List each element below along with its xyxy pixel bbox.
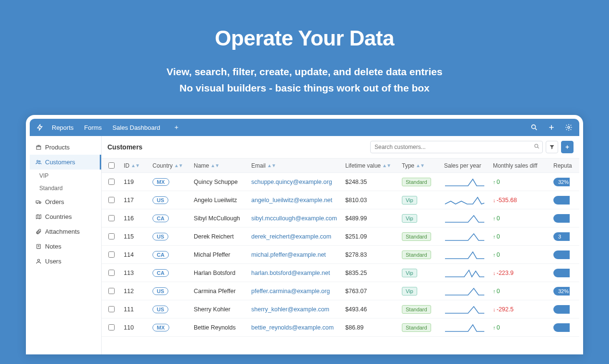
diff-value: ↑0: [493, 179, 500, 185]
sort-icon: ▲▼: [211, 163, 219, 168]
cell-name: Angelo Lueilwitz: [191, 197, 248, 204]
map-icon: [35, 214, 42, 220]
cell-ltv: $248.35: [342, 179, 399, 185]
email-link[interactable]: angelo_lueilwitz@example.net: [251, 197, 332, 204]
type-badge: Vip: [402, 214, 417, 223]
search-icon[interactable]: [530, 124, 538, 131]
reputation-pill: [553, 305, 570, 314]
col-type[interactable]: Type▲▼: [399, 162, 441, 169]
country-pill[interactable]: MX: [152, 324, 169, 331]
sparkline: [441, 304, 490, 315]
sidebar-item-users[interactable]: Users: [30, 254, 101, 269]
cell-id: 112: [121, 288, 150, 295]
arrow-up-icon: ↑: [493, 325, 496, 330]
col-id[interactable]: ID▲▼: [121, 162, 150, 169]
nav-forms[interactable]: Forms: [84, 124, 102, 131]
sidebar-subitem-vip[interactable]: VIP: [30, 170, 101, 182]
cell-id: 111: [121, 306, 150, 313]
country-pill[interactable]: US: [152, 233, 168, 240]
cell-name: Michal Pfeffer: [191, 251, 248, 258]
select-all-checkbox[interactable]: [108, 162, 115, 169]
sidebar-item-products[interactable]: Products: [30, 140, 101, 155]
table-row[interactable]: 114CAMichal Pfeffermichal.pfeffer@exampl…: [102, 246, 579, 264]
col-name[interactable]: Name▲▼: [191, 162, 248, 169]
add-record-button[interactable]: [561, 141, 574, 153]
cell-ltv: $251.09: [342, 233, 399, 240]
sort-icon: ▲▼: [131, 163, 140, 168]
table-row[interactable]: 119MXQuincy Schuppeschuppe.quincy@exampl…: [102, 173, 579, 191]
country-pill[interactable]: MX: [152, 178, 169, 186]
table-row[interactable]: 115USDerek Reichertderek_reichert@exampl…: [102, 228, 579, 246]
add-icon[interactable]: [548, 124, 555, 131]
cell-id: 115: [121, 233, 150, 240]
cell-id: 114: [121, 251, 150, 258]
svg-point-6: [36, 203, 37, 204]
email-link[interactable]: michal.pfeffer@example.net: [251, 251, 326, 258]
table-row[interactable]: 117USAngelo Lueilwitzangelo_lueilwitz@ex…: [102, 191, 579, 209]
sparkline: [441, 231, 490, 242]
col-email[interactable]: Email▲▼: [248, 162, 342, 169]
nav-add-tab[interactable]: [174, 125, 179, 130]
row-checkbox[interactable]: [108, 197, 115, 203]
email-link[interactable]: pfeffer.carmina@example.org: [251, 288, 330, 295]
sparkline: [441, 267, 490, 279]
email-link[interactable]: harlan.botsford@example.net: [251, 270, 330, 276]
row-checkbox[interactable]: [108, 179, 115, 185]
sidebar-subitem-standard[interactable]: Standard: [30, 182, 101, 194]
country-pill[interactable]: US: [152, 196, 168, 204]
sidebar-item-orders[interactable]: Orders: [30, 194, 101, 209]
type-badge: Standard: [402, 323, 431, 332]
table-row[interactable]: 110MXBettie Reynoldsbettie_reynolds@exam…: [102, 318, 579, 337]
nav-reports[interactable]: Reports: [52, 124, 74, 131]
diff-value: ↑0: [493, 324, 500, 331]
row-checkbox[interactable]: [108, 288, 115, 294]
cell-id: 113: [121, 270, 150, 276]
gear-icon[interactable]: [565, 124, 573, 131]
sidebar-item-notes[interactable]: Notes: [30, 239, 101, 254]
table-row[interactable]: 116CASibyl McCulloughsibyl.mccullough@ex…: [102, 209, 579, 228]
row-checkbox[interactable]: [108, 306, 115, 312]
email-link[interactable]: sherry_kohler@example.com: [251, 306, 329, 313]
arrow-down-icon: ↓: [493, 197, 496, 203]
country-pill[interactable]: CA: [152, 251, 169, 259]
svg-point-7: [39, 203, 40, 204]
box-icon: [35, 144, 42, 150]
row-checkbox[interactable]: [108, 324, 115, 330]
table-row[interactable]: 112USCarmina Pfefferpfeffer.carmina@exam…: [102, 282, 579, 300]
reputation-pill: 32%: [553, 287, 570, 296]
row-checkbox[interactable]: [108, 270, 115, 276]
search-input[interactable]: [370, 141, 543, 153]
sparkline: [441, 194, 490, 206]
sidebar-item-countries[interactable]: Countries: [30, 209, 101, 224]
col-reputation[interactable]: Reputa: [550, 162, 579, 169]
sidebar-item-attachments[interactable]: Attachments: [30, 224, 101, 239]
row-checkbox[interactable]: [108, 215, 115, 221]
table-row[interactable]: 111USSherry Kohlersherry_kohler@example.…: [102, 300, 579, 318]
sidebar-item-label: Users: [45, 258, 61, 265]
email-link[interactable]: derek_reichert@example.com: [251, 233, 331, 240]
row-checkbox[interactable]: [108, 233, 115, 239]
col-country[interactable]: Country▲▼: [150, 162, 191, 169]
reputation-pill: 3: [553, 232, 570, 241]
hero-title: Operate Your Data: [0, 26, 609, 50]
email-link[interactable]: sibyl.mccullough@example.com: [251, 215, 337, 222]
diff-value: ↑0: [493, 215, 500, 222]
table-row[interactable]: 113CAHarlan Botsfordharlan.botsford@exam…: [102, 264, 579, 282]
reputation-pill: [553, 323, 570, 332]
row-checkbox[interactable]: [108, 251, 115, 258]
country-pill[interactable]: CA: [152, 269, 169, 277]
email-link[interactable]: bettie_reynolds@example.com: [251, 324, 334, 331]
svg-point-0: [532, 125, 536, 129]
nav-sales-dashboard[interactable]: Sales Dashboard: [112, 124, 160, 131]
sparkline: [441, 249, 490, 261]
sidebar-item-customers[interactable]: Customers: [30, 155, 101, 170]
truck-icon: [35, 199, 42, 205]
col-sales-year[interactable]: Sales per year: [441, 162, 490, 169]
email-link[interactable]: schuppe.quincy@example.org: [251, 179, 332, 185]
filter-button[interactable]: [546, 141, 558, 153]
col-ltv[interactable]: Lifetime value▲▼: [342, 162, 399, 169]
col-monthly-diff[interactable]: Monthly sales diff: [490, 162, 550, 169]
country-pill[interactable]: US: [152, 306, 168, 313]
country-pill[interactable]: CA: [152, 215, 169, 222]
country-pill[interactable]: US: [152, 287, 168, 295]
